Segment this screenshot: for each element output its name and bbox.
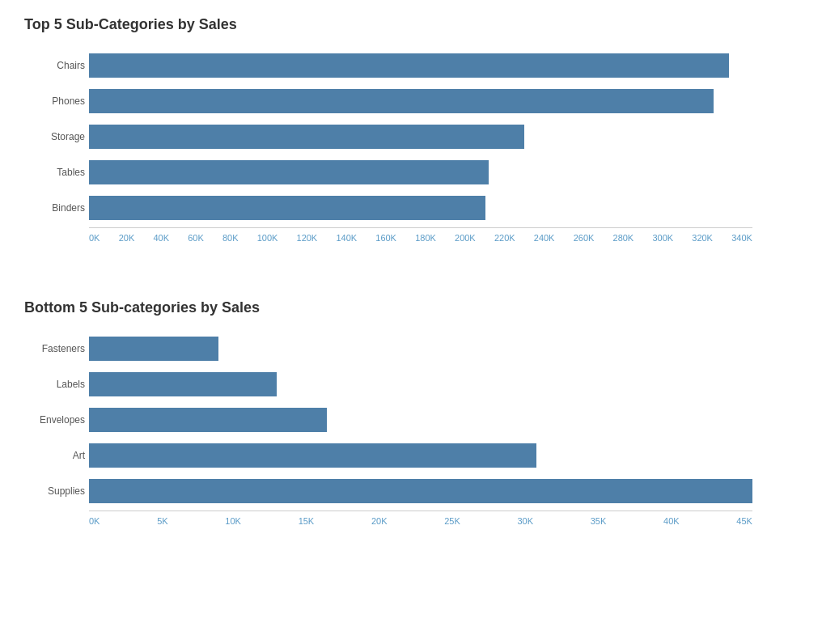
bar-label: Labels xyxy=(24,379,85,389)
bottom-chart-container: FastenersLabelsEnvelopesArtSupplies0K5K1… xyxy=(24,333,798,550)
bottom-chart-title: Bottom 5 Sub-categories by Sales xyxy=(24,299,798,316)
table-row: Labels xyxy=(89,368,798,400)
x-axis-label: 20K xyxy=(371,516,388,526)
x-axis-label: 240K xyxy=(534,233,555,243)
bar-label: Storage xyxy=(24,132,85,142)
bar-fill xyxy=(89,337,218,361)
bar-fill xyxy=(89,196,485,220)
bar-fill xyxy=(89,479,752,503)
table-row: Phones xyxy=(89,85,798,117)
bar-label: Binders xyxy=(24,203,85,213)
x-axis-label: 300K xyxy=(652,233,673,243)
x-axis-label: 320K xyxy=(692,233,713,243)
x-axis-label: 220K xyxy=(494,233,515,243)
x-axis-label: 0K xyxy=(89,233,100,243)
table-row: Fasteners xyxy=(89,333,798,365)
x-axis-label: 280K xyxy=(613,233,634,243)
bar-label: Supplies xyxy=(24,486,85,496)
x-axis-label: 5K xyxy=(157,516,167,526)
x-axis-label: 180K xyxy=(415,233,436,243)
bar-fill xyxy=(89,372,277,396)
table-row: Binders xyxy=(89,192,798,224)
bar-fill xyxy=(89,443,536,468)
bar-fill xyxy=(89,53,729,78)
x-axis-label: 40K xyxy=(153,233,169,243)
table-row: Storage xyxy=(89,121,798,153)
x-axis-label: 140K xyxy=(336,233,357,243)
top-chart-section: Top 5 Sub-Categories by Sales ChairsPhon… xyxy=(24,16,798,267)
x-axis: 0K5K10K15K20K25K30K35K40K45K xyxy=(89,511,752,526)
x-axis-label: 10K xyxy=(225,516,241,526)
x-axis: 0K20K40K60K80K100K120K140K160K180K200K22… xyxy=(89,227,752,243)
bar-fill xyxy=(89,160,489,184)
x-axis-label: 120K xyxy=(297,233,318,243)
bar-label: Tables xyxy=(24,167,85,177)
table-row: Envelopes xyxy=(89,404,798,436)
x-axis-label: 25K xyxy=(444,516,460,526)
table-row: Art xyxy=(89,439,798,472)
x-axis-label: 35K xyxy=(591,516,607,526)
bar-fill xyxy=(89,408,327,432)
x-axis-label: 200K xyxy=(455,233,476,243)
x-axis-label: 45K xyxy=(736,516,752,526)
x-axis-label: 80K xyxy=(222,233,239,243)
x-axis-label: 30K xyxy=(517,516,533,526)
bar-label: Chairs xyxy=(24,61,85,70)
bar-label: Phones xyxy=(24,96,85,106)
bar-label: Art xyxy=(24,451,85,460)
bar-fill xyxy=(89,125,524,149)
bar-fill xyxy=(89,89,714,113)
x-axis-label: 15K xyxy=(299,516,315,526)
bottom-chart-section: Bottom 5 Sub-categories by Sales Fastene… xyxy=(24,299,798,550)
x-axis-label: 160K xyxy=(375,233,396,243)
x-axis-label: 60K xyxy=(188,233,204,243)
x-axis-label: 100K xyxy=(257,233,278,243)
top-chart-container: ChairsPhonesStorageTablesBinders0K20K40K… xyxy=(24,49,798,267)
x-axis-label: 40K xyxy=(663,516,680,526)
x-axis-label: 260K xyxy=(574,233,595,243)
table-row: Supplies xyxy=(89,475,798,507)
table-row: Tables xyxy=(89,156,798,189)
x-axis-label: 0K xyxy=(89,516,100,526)
bar-label: Fasteners xyxy=(24,344,85,354)
bar-label: Envelopes xyxy=(24,415,85,425)
x-axis-label: 340K xyxy=(731,233,752,243)
x-axis-label: 20K xyxy=(119,233,135,243)
top-chart-title: Top 5 Sub-Categories by Sales xyxy=(24,16,798,33)
table-row: Chairs xyxy=(89,49,798,82)
